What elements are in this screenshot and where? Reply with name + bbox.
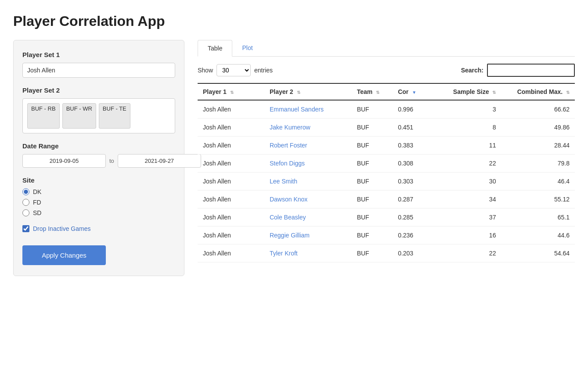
site-fd-radio[interactable] — [22, 199, 29, 206]
table-controls: Show 10 25 30 50 100 entries Search: — [198, 64, 575, 77]
col-player2-sort-icon: ⇅ — [297, 90, 300, 95]
cell-team-2: BUF — [352, 137, 393, 154]
cell-combined-max-7: 44.6 — [501, 226, 575, 244]
cell-combined-max-2: 28.44 — [501, 137, 575, 154]
cell-combined-max-0: 66.62 — [501, 100, 575, 119]
tag-buf-wr[interactable]: BUF - WR — [62, 103, 96, 129]
cell-cor-6: 0.285 — [393, 208, 439, 226]
site-fd-label: FD — [33, 199, 41, 206]
data-table: Player 1 ⇅ Player 2 ⇅ Team ⇅ Cor ▼ — [198, 83, 575, 262]
col-header-cor[interactable]: Cor ▼ — [393, 83, 439, 100]
cell-sample-size-3: 22 — [439, 154, 501, 172]
col-team-sort-icon: ⇅ — [376, 90, 379, 95]
site-sd-radio[interactable] — [22, 209, 29, 216]
cell-player2-6: Cole Beasley — [264, 208, 352, 226]
cell-player2-8: Tyler Kroft — [264, 244, 352, 262]
cell-player2-7: Reggie Gilliam — [264, 226, 352, 244]
col-header-team[interactable]: Team ⇅ — [352, 83, 393, 100]
site-dk-radio[interactable] — [22, 188, 29, 195]
date-range-label: Date Range — [22, 142, 175, 150]
cell-player2-1: Jake Kumerow — [264, 119, 352, 137]
cell-player2-3: Stefon Diggs — [264, 154, 352, 172]
show-label: Show — [198, 67, 213, 74]
cell-player1-6: Josh Allen — [198, 208, 264, 226]
drop-inactive-option[interactable]: Drop Inactive Games — [22, 225, 175, 232]
entries-label: entries — [254, 67, 273, 74]
drop-inactive-section: Drop Inactive Games — [22, 225, 175, 232]
cell-player2-2: Robert Foster — [264, 137, 352, 154]
table-row: Josh Allen Emmanuel Sanders BUF 0.996 3 … — [198, 100, 575, 119]
cell-player1-7: Josh Allen — [198, 226, 264, 244]
cell-cor-7: 0.236 — [393, 226, 439, 244]
table-row: Josh Allen Dawson Knox BUF 0.287 34 55.1… — [198, 190, 575, 208]
cell-combined-max-5: 55.12 — [501, 190, 575, 208]
site-dk-option[interactable]: DK — [22, 188, 175, 195]
cell-team-1: BUF — [352, 119, 393, 137]
show-entries-control: Show 10 25 30 50 100 entries — [198, 64, 273, 76]
site-fd-option[interactable]: FD — [22, 199, 175, 206]
player-set-1-section: Player Set 1 — [22, 51, 175, 78]
app-title: Player Correlation App — [13, 13, 575, 29]
cell-cor-5: 0.287 — [393, 190, 439, 208]
cell-player2-5: Dawson Knox — [264, 190, 352, 208]
col-player2-label: Player 2 — [270, 88, 293, 95]
cell-team-6: BUF — [352, 208, 393, 226]
tag-buf-te[interactable]: BUF - TE — [99, 103, 130, 129]
col-header-player2[interactable]: Player 2 ⇅ — [264, 83, 352, 100]
cell-team-8: BUF — [352, 244, 393, 262]
table-row: Josh Allen Jake Kumerow BUF 0.451 8 49.8… — [198, 119, 575, 137]
cell-cor-8: 0.203 — [393, 244, 439, 262]
site-sd-label: SD — [33, 209, 41, 216]
cell-player1-0: Josh Allen — [198, 100, 264, 119]
cell-player1-5: Josh Allen — [198, 190, 264, 208]
tabs-bar: Table Plot — [198, 40, 575, 57]
cell-sample-size-7: 16 — [439, 226, 501, 244]
site-label: Site — [22, 176, 175, 184]
cell-team-4: BUF — [352, 172, 393, 190]
cell-cor-2: 0.383 — [393, 137, 439, 154]
drop-inactive-checkbox[interactable] — [22, 225, 29, 232]
col-cor-sort-icon: ▼ — [412, 90, 416, 95]
cell-combined-max-1: 49.86 — [501, 119, 575, 137]
cell-combined-max-8: 54.64 — [501, 244, 575, 262]
search-input[interactable] — [487, 64, 575, 77]
cell-team-5: BUF — [352, 190, 393, 208]
table-header-row: Player 1 ⇅ Player 2 ⇅ Team ⇅ Cor ▼ — [198, 83, 575, 100]
player-set-2-section: Player Set 2 BUF - RB BUF - WR BUF - TE — [22, 86, 175, 133]
cell-cor-0: 0.996 — [393, 100, 439, 119]
cell-sample-size-4: 30 — [439, 172, 501, 190]
col-combined-max-sort-icon: ⇅ — [566, 90, 570, 95]
col-header-combined-max[interactable]: Combined Max. ⇅ — [501, 83, 575, 100]
table-row: Josh Allen Stefon Diggs BUF 0.308 22 79.… — [198, 154, 575, 172]
player-set-1-label: Player Set 1 — [22, 51, 175, 58]
cell-player2-4: Lee Smith — [264, 172, 352, 190]
drop-inactive-label: Drop Inactive Games — [33, 225, 91, 232]
tab-plot[interactable]: Plot — [232, 40, 262, 56]
date-end-input[interactable] — [118, 154, 201, 168]
cell-player1-1: Josh Allen — [198, 119, 264, 137]
tab-table[interactable]: Table — [198, 40, 232, 57]
table-row: Josh Allen Robert Foster BUF 0.383 11 28… — [198, 137, 575, 154]
col-sample-size-label: Sample Size — [453, 88, 489, 95]
col-player1-label: Player 1 — [203, 88, 227, 95]
entries-select[interactable]: 10 25 30 50 100 — [216, 64, 251, 76]
search-box: Search: — [461, 64, 575, 77]
col-header-player1[interactable]: Player 1 ⇅ — [198, 83, 264, 100]
cell-player1-4: Josh Allen — [198, 172, 264, 190]
player-set-2-tags[interactable]: BUF - RB BUF - WR BUF - TE — [22, 98, 175, 133]
player-set-1-input[interactable] — [22, 63, 175, 78]
col-combined-max-label: Combined Max. — [517, 88, 563, 95]
col-header-sample-size[interactable]: Sample Size ⇅ — [439, 83, 501, 100]
cell-combined-max-6: 65.1 — [501, 208, 575, 226]
cell-sample-size-1: 8 — [439, 119, 501, 137]
table-body: Josh Allen Emmanuel Sanders BUF 0.996 3 … — [198, 100, 575, 262]
date-start-input[interactable] — [22, 154, 106, 168]
site-sd-option[interactable]: SD — [22, 209, 175, 216]
tag-buf-rb[interactable]: BUF - RB — [27, 103, 60, 129]
date-separator: to — [109, 158, 114, 164]
table-row: Josh Allen Reggie Gilliam BUF 0.236 16 4… — [198, 226, 575, 244]
table-row: Josh Allen Tyler Kroft BUF 0.203 22 54.6… — [198, 244, 575, 262]
apply-changes-button[interactable]: Apply Changes — [22, 245, 106, 265]
player-set-2-label: Player Set 2 — [22, 86, 175, 94]
cell-sample-size-8: 22 — [439, 244, 501, 262]
